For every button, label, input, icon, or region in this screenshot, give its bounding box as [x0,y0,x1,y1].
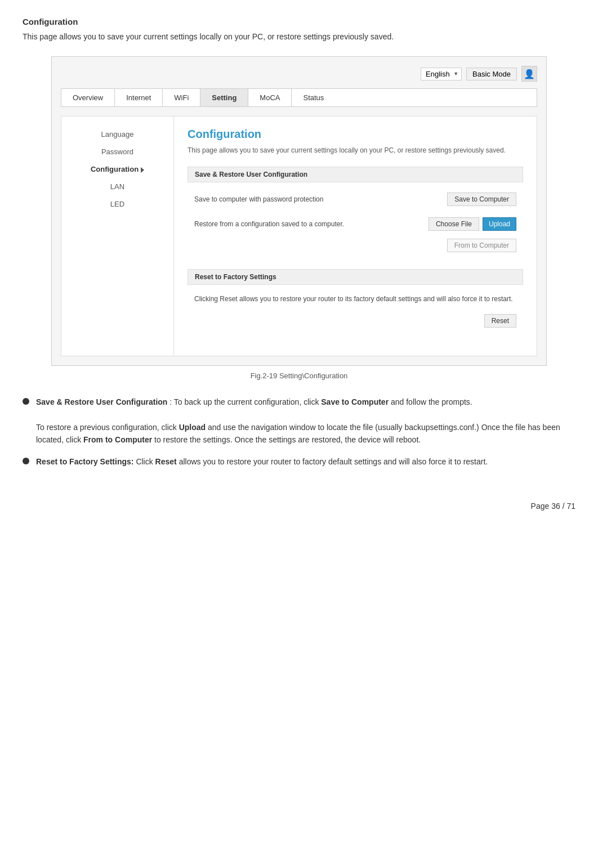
content-title: Configuration [188,128,523,141]
save-row-controls: Save to Computer [447,193,516,206]
basic-mode-button[interactable]: Basic Mode [466,68,517,80]
bullet-text-2b: allows you to restore your router to fac… [179,457,488,466]
reset-btn-row: Reset [188,311,523,331]
sidebar-item-led[interactable]: LED [61,195,173,213]
bullet-bold-from-computer: From to Computer [83,435,152,444]
main-content: Language Password Configuration LAN LED … [61,116,537,356]
save-row: Save to computer with password protectio… [188,189,523,209]
save-restore-section: Save & Restore User Configuration Save t… [188,167,523,256]
reset-button[interactable]: Reset [484,314,516,328]
bullet-text-2a: Click [136,457,155,466]
choose-file-button[interactable]: Choose File [429,217,479,231]
bullet-text-2: Reset to Factory Settings: Click Reset a… [36,455,488,468]
sidebar-item-password[interactable]: Password [61,143,173,160]
sidebar-item-configuration[interactable]: Configuration [61,160,173,178]
bullet-text-1e: to restore the settings. Once the settin… [154,435,421,444]
bullet-bold-upload: Upload [179,423,206,432]
page-number-container: Page 36 / 71 [23,502,575,511]
nav-tabs: Overview Internet WiFi Setting MoCA Stat… [61,88,537,107]
bullet-item-reset: Reset to Factory Settings: Click Reset a… [23,455,575,468]
bullet-text-1: Save & Restore User Configuration : To b… [36,396,575,446]
page-number: Page 36 / 71 [531,502,575,511]
nav-tab-status[interactable]: Status [292,89,335,106]
reset-description-row: Clicking Reset allows you to restore you… [188,292,523,306]
content-description: This page allows you to save your curren… [188,145,523,155]
fig-caption: Fig.2-19 Setting\Configuration [23,372,575,380]
bullet-dot-1 [23,398,29,405]
sidebar-item-lan[interactable]: LAN [61,178,173,195]
sidebar-arrow-icon [141,167,144,173]
router-frame: English Basic Mode 👤 Overview Internet W… [51,56,547,366]
save-to-computer-button[interactable]: Save to Computer [447,193,516,206]
restore-row: Restore from a configuration saved to a … [188,214,523,234]
reset-header: Reset to Factory Settings [188,269,523,285]
language-select-wrapper[interactable]: English [421,68,462,80]
top-bar: English Basic Mode 👤 [61,66,537,82]
bullet-item-save-restore: Save & Restore User Configuration : To b… [23,396,575,446]
nav-tab-wifi[interactable]: WiFi [163,89,200,106]
page-title: Configuration [23,17,575,26]
save-restore-header: Save & Restore User Configuration [188,167,523,182]
from-computer-button[interactable]: From to Computer [447,239,516,252]
bullet-text-1c: To restore a previous configuration, cli… [36,423,179,432]
language-select[interactable]: English [421,68,462,80]
bullet-label-2: Reset to Factory Settings: [36,457,133,466]
save-row-label: Save to computer with password protectio… [194,195,447,203]
sidebar-item-language[interactable]: Language [61,126,173,143]
nav-tab-moca[interactable]: MoCA [248,89,292,106]
bullet-text-1b: and follow the prompts. [391,397,472,406]
reset-section: Reset to Factory Settings Clicking Reset… [188,269,523,331]
nav-tab-overview[interactable]: Overview [61,89,115,106]
sidebar: Language Password Configuration LAN LED [61,117,174,356]
nav-tab-internet[interactable]: Internet [115,89,163,106]
bullet-text-1a: : To back up the current configuration, … [169,397,321,406]
body-section: Save & Restore User Configuration : To b… [23,396,575,468]
restore-row-controls: Choose File Upload [429,217,516,231]
bullet-bold-reset: Reset [155,457,177,466]
user-icon[interactable]: 👤 [521,66,537,82]
bullet-label-1: Save & Restore User Configuration [36,397,167,406]
reset-description: Clicking Reset allows you to restore you… [194,295,516,303]
bullet-bold-save: Save to Computer [321,397,389,406]
bullet-dot-2 [23,458,29,464]
upload-button[interactable]: Upload [483,217,516,231]
nav-tab-setting[interactable]: Setting [200,89,248,106]
content-panel: Configuration This page allows you to sa… [174,117,537,356]
page-description: This page allows you to save your curren… [23,31,575,43]
restore-row-label: Restore from a configuration saved to a … [194,220,429,228]
from-computer-row: From to Computer [188,239,523,256]
